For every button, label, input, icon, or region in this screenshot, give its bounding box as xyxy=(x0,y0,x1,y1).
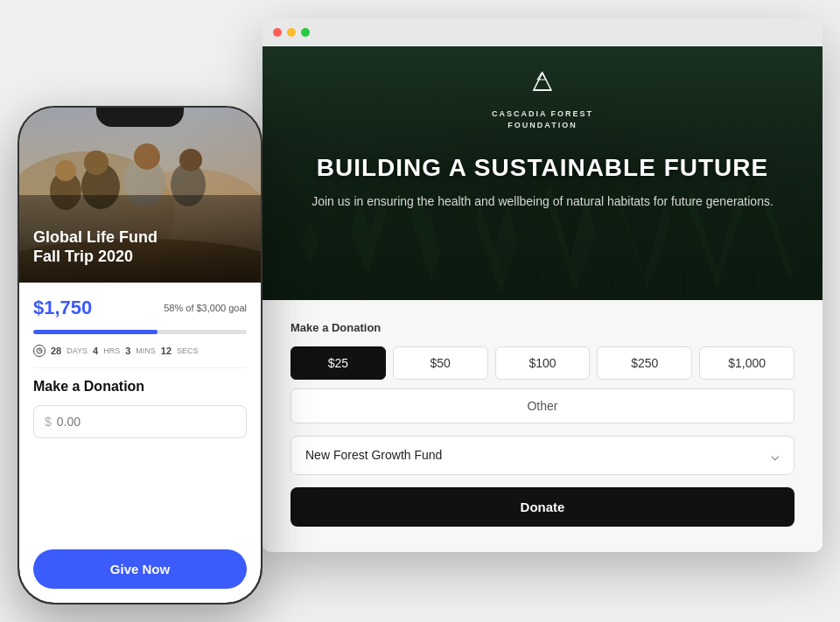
phone-notch xyxy=(96,108,184,127)
amount-button-25[interactable]: $25 xyxy=(290,346,386,380)
phone-give-now-button[interactable]: Give Now xyxy=(33,549,247,589)
phone-clock-icon xyxy=(33,345,46,357)
fund-select-value: New Forest Growth Fund xyxy=(305,448,442,462)
phone-progress-bar xyxy=(33,330,247,334)
donation-panel: Make a Donation $25 $50 $100 $250 $1,000… xyxy=(262,300,822,552)
foundation-name-line2: FOUNDATION xyxy=(492,120,593,132)
forest-headline-block: BUILDING A SUSTAINABLE FUTURE Join us in… xyxy=(290,153,794,210)
phone-amount-input[interactable] xyxy=(57,415,235,429)
phone-donation-section-title: Make a Donation xyxy=(33,379,247,395)
phone-screen: Global Life Fund Fall Trip 2020 $1,750 5… xyxy=(19,108,261,603)
phone-secs-value: 12 xyxy=(161,346,172,356)
phone-goal-text: 58% of $3,000 goal xyxy=(164,303,247,313)
svg-marker-48 xyxy=(534,73,551,90)
forest-main-headline: BUILDING A SUSTAINABLE FUTURE xyxy=(290,153,794,181)
donation-section-title: Make a Donation xyxy=(290,321,794,334)
browser-close-button[interactable] xyxy=(273,28,282,37)
amount-button-1000[interactable]: $1,000 xyxy=(699,346,794,380)
foundation-logo: CASCADIA FOREST FOUNDATION xyxy=(492,71,593,132)
phone-days-label: DAYS xyxy=(66,346,88,355)
browser-minimize-button[interactable] xyxy=(287,28,296,37)
phone-amount-input-row[interactable]: $ xyxy=(33,405,247,438)
amount-button-50[interactable]: $50 xyxy=(393,346,488,380)
browser-maximize-button[interactable] xyxy=(301,28,310,37)
amount-buttons-row: $25 $50 $100 $250 $1,000 xyxy=(290,346,794,380)
phone-body: $1,750 58% of $3,000 goal 28 D xyxy=(19,283,261,603)
browser-title-bar xyxy=(262,18,822,46)
foundation-name-line1: CASCADIA FOREST xyxy=(492,108,593,121)
phone-progress-fill xyxy=(33,330,158,334)
phone-mins-value: 3 xyxy=(125,346,130,356)
phone-secs-label: SECS xyxy=(177,346,199,355)
scene: Global Life Fund Fall Trip 2020 $1,750 5… xyxy=(18,18,822,605)
browser-content: CASCADIA FOREST FOUNDATION BUILDING A SU… xyxy=(262,46,822,552)
amount-button-other[interactable]: Other xyxy=(290,388,794,423)
phone-hours-value: 4 xyxy=(93,346,98,356)
phone-amount-row: $1,750 58% of $3,000 goal xyxy=(33,297,247,319)
foundation-logo-icon xyxy=(492,71,593,103)
phone-campaign-title: Global Life Fund Fall Trip 2020 xyxy=(33,228,247,266)
phone-divider xyxy=(33,367,247,368)
phone-raised-amount: $1,750 xyxy=(33,297,92,319)
phone-hours-label: HRS xyxy=(103,346,120,355)
fund-select-dropdown[interactable]: New Forest Growth Fund ⌵ xyxy=(290,436,794,475)
phone-mins-label: MINS xyxy=(136,346,156,355)
phone-days-value: 28 xyxy=(51,346,61,356)
amount-button-250[interactable]: $250 xyxy=(597,346,692,380)
forest-subtext: Join us in ensuring the health and wellb… xyxy=(290,192,794,210)
chevron-down-icon: ⌵ xyxy=(771,447,780,464)
donate-button[interactable]: Donate xyxy=(290,487,794,527)
phone-timer: 28 DAYS 4 HRS 3 MINS 12 SECS xyxy=(33,345,247,357)
phone-hero: Global Life Fund Fall Trip 2020 xyxy=(19,108,261,283)
amount-button-100[interactable]: $100 xyxy=(495,346,591,380)
phone-device: Global Life Fund Fall Trip 2020 $1,750 5… xyxy=(18,106,262,605)
forest-hero-section: CASCADIA FOREST FOUNDATION BUILDING A SU… xyxy=(262,46,822,300)
desktop-browser: CASCADIA FOREST FOUNDATION BUILDING A SU… xyxy=(262,18,822,552)
phone-dollar-sign: $ xyxy=(45,415,52,429)
